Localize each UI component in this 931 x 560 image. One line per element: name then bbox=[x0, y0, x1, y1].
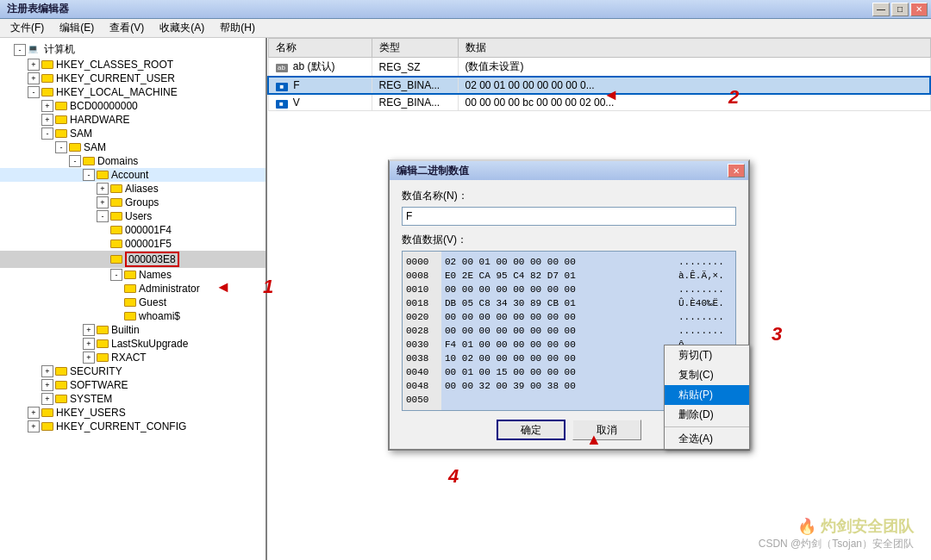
edit-binary-dialog[interactable]: 编辑二进制数值 ✕ 数值名称(N)： 数值数据(V)： 0000 0008 00… bbox=[388, 159, 750, 451]
tree-item-sam-l3[interactable]: - SAM bbox=[0, 140, 266, 154]
key-icon bbox=[110, 212, 122, 221]
ok-button[interactable]: 确定 bbox=[497, 420, 565, 440]
hex-addresses: 0000 0008 0010 0018 0020 0028 0030 0038 … bbox=[403, 252, 441, 410]
tree-item-aliases[interactable]: + Aliases bbox=[0, 182, 266, 196]
dialog-title: 编辑二进制数值 bbox=[393, 164, 469, 178]
computer-icon: 💻 bbox=[28, 44, 41, 56]
tree-item-current-user[interactable]: + HKEY_CURRENT_USER bbox=[0, 72, 266, 85]
tree-item-groups[interactable]: + Groups bbox=[0, 196, 266, 209]
col-name: 名称 bbox=[268, 39, 372, 58]
tree-item-rxact[interactable]: + RXACT bbox=[0, 351, 266, 364]
tree-toggle-hkey-users[interactable]: + bbox=[28, 407, 40, 419]
dialog-close-button[interactable]: ✕ bbox=[728, 164, 745, 177]
tree-toggle-groups[interactable]: + bbox=[97, 196, 109, 208]
tree-item-system[interactable]: + SYSTEM bbox=[0, 392, 266, 406]
tree-toggle-hkey-current-config[interactable]: + bbox=[28, 420, 40, 432]
tree-panel[interactable]: - 💻 计算机 + HKEY_CLASSES_ROOT + HKEY_CURRE… bbox=[0, 38, 267, 560]
key-icon bbox=[55, 102, 67, 110]
title-bar: 注册表编辑器 — □ ✕ bbox=[0, 0, 931, 19]
tree-toggle-security[interactable]: + bbox=[41, 365, 53, 377]
key-icon bbox=[55, 115, 67, 124]
window-title: 注册表编辑器 bbox=[3, 2, 69, 16]
hex-values[interactable]: 02 00 01 00 00 00 00 00 E0 2E CA 95 C4 8… bbox=[441, 252, 675, 410]
tree-item-local-machine[interactable]: - HKEY_LOCAL_MACHINE bbox=[0, 85, 266, 99]
col-type: 类型 bbox=[372, 39, 458, 58]
menu-view[interactable]: 查看(V) bbox=[103, 19, 151, 37]
tree-toggle-lastskuupgrade[interactable]: + bbox=[83, 338, 95, 350]
table-row[interactable]: ab ab (默认) REG_SZ (数值未设置) bbox=[268, 58, 930, 78]
key-icon bbox=[41, 408, 53, 417]
maximize-button[interactable]: □ bbox=[891, 3, 909, 16]
tree-item-domains[interactable]: - Domains bbox=[0, 154, 266, 168]
registry-table: 名称 类型 数据 ab ab (默认) REG_SZ (数值未设置) ■ bbox=[267, 38, 931, 111]
tree-item-software[interactable]: + SOFTWARE bbox=[0, 378, 266, 392]
tree-item-users[interactable]: - Users bbox=[0, 209, 266, 223]
tree-toggle-builtin[interactable]: + bbox=[83, 324, 95, 336]
tree-item-sam-l2[interactable]: - SAM bbox=[0, 127, 266, 140]
tree-toggle-classes[interactable]: + bbox=[28, 59, 40, 71]
key-icon bbox=[110, 255, 122, 264]
row-name: ■ V bbox=[268, 94, 372, 111]
tree-item-bcd[interactable]: + BCD00000000 bbox=[0, 99, 266, 113]
tree-item-guest[interactable]: Guest bbox=[0, 296, 266, 309]
name-input[interactable] bbox=[402, 207, 736, 226]
menu-file[interactable]: 文件(F) bbox=[3, 19, 51, 37]
key-icon bbox=[110, 240, 122, 248]
close-button[interactable]: ✕ bbox=[910, 3, 928, 16]
tree-item-hkey-users[interactable]: + HKEY_USERS bbox=[0, 406, 266, 420]
table-row[interactable]: ■ F REG_BINA... 02 00 01 00 00 00 00 00 … bbox=[268, 77, 930, 94]
tree-item-administrator[interactable]: Administrator bbox=[0, 282, 266, 296]
cancel-button[interactable]: 取消 bbox=[572, 420, 641, 440]
tree-item-account[interactable]: - Account bbox=[0, 168, 266, 182]
dialog-body: 数值名称(N)： 数值数据(V)： 0000 0008 0010 0018 00… bbox=[390, 180, 748, 449]
tree-item-000001f4[interactable]: 000001F4 bbox=[0, 223, 266, 237]
menu-help[interactable]: 帮助(H) bbox=[213, 19, 262, 37]
key-icon bbox=[97, 326, 109, 334]
tree-toggle-rxact[interactable]: + bbox=[83, 352, 95, 364]
key-icon bbox=[55, 381, 67, 389]
tree-toggle-sam-l2[interactable]: - bbox=[41, 128, 53, 140]
tree-item-000001f5[interactable]: 000001F5 bbox=[0, 237, 266, 251]
tree-toggle-domains[interactable]: - bbox=[69, 155, 81, 167]
tree-toggle-root[interactable]: - bbox=[14, 44, 26, 56]
key-icon bbox=[55, 395, 67, 403]
tree-toggle-hardware[interactable]: + bbox=[41, 114, 53, 126]
key-icon bbox=[124, 284, 136, 293]
tree-item-hkey-current-config[interactable]: + HKEY_CURRENT_CONFIG bbox=[0, 420, 266, 433]
tree-toggle-account[interactable]: - bbox=[83, 169, 95, 181]
tree-toggle-names[interactable]: - bbox=[110, 269, 122, 281]
tree-root[interactable]: - 💻 计算机 bbox=[0, 41, 266, 58]
row-name: ab ab (默认) bbox=[268, 58, 372, 78]
tree-toggle-local-machine[interactable]: - bbox=[28, 86, 40, 98]
key-icon bbox=[69, 143, 81, 152]
tree-item-whoami[interactable]: whoami$ bbox=[0, 309, 266, 323]
key-icon bbox=[41, 74, 53, 83]
tree-item-builtin[interactable]: + Builtin bbox=[0, 323, 266, 337]
minimize-button[interactable]: — bbox=[872, 3, 890, 16]
tree-toggle-current-user[interactable]: + bbox=[28, 72, 40, 84]
key-icon bbox=[124, 312, 136, 320]
menu-edit[interactable]: 编辑(E) bbox=[53, 19, 101, 37]
tree-toggle-sam-l3[interactable]: - bbox=[55, 141, 67, 153]
row-name: ■ F bbox=[268, 77, 372, 94]
tree-toggle-aliases[interactable]: + bbox=[97, 183, 109, 195]
menu-favorites[interactable]: 收藏夹(A) bbox=[153, 19, 211, 37]
table-row[interactable]: ■ V REG_BINA... 00 00 00 00 bc 00 00 00 … bbox=[268, 94, 930, 111]
tree-item-000003e8[interactable]: 000003E8 bbox=[0, 251, 266, 268]
tree-item-classes-root[interactable]: + HKEY_CLASSES_ROOT bbox=[0, 58, 266, 72]
hex-editor[interactable]: 0000 0008 0010 0018 0020 0028 0030 0038 … bbox=[402, 251, 736, 411]
menu-bar: 文件(F) 编辑(E) 查看(V) 收藏夹(A) 帮助(H) bbox=[0, 19, 931, 38]
tree-item-names[interactable]: - Names bbox=[0, 268, 266, 282]
tree-item-lastskuupgrade[interactable]: + LastSkuUpgrade bbox=[0, 337, 266, 351]
tree-item-hardware[interactable]: + HARDWARE bbox=[0, 113, 266, 127]
tree-toggle-system[interactable]: + bbox=[41, 393, 53, 405]
key-icon bbox=[55, 367, 67, 376]
tree-toggle-bcd[interactable]: + bbox=[41, 100, 53, 112]
tree-toggle-software[interactable]: + bbox=[41, 379, 53, 391]
key-icon bbox=[124, 271, 136, 279]
data-label: 数值数据(V)： bbox=[402, 233, 736, 247]
tree-item-security[interactable]: + SECURITY bbox=[0, 364, 266, 378]
key-icon bbox=[83, 157, 95, 165]
tree-root-label: 计算机 bbox=[44, 42, 75, 57]
tree-toggle-users[interactable]: - bbox=[97, 210, 109, 222]
